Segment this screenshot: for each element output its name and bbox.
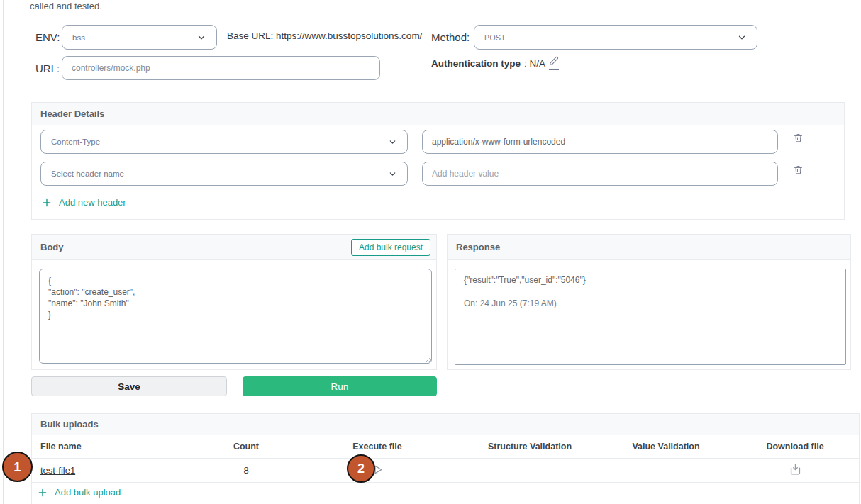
bulk-uploads-header: Bulk uploads [32,414,859,435]
bulk-uploads-card: Bulk uploads File name Count Execute fil… [31,413,860,504]
run-button[interactable]: Run [243,376,437,396]
delete-header-button-2[interactable] [791,164,804,177]
body-textarea[interactable]: { "action": "create_user", "name": "John… [39,269,432,364]
response-box: {"result":"True","user_id":"5046"} On: 2… [455,269,846,365]
response-result-text: {"result":"True","user_id":"5046"} [464,275,837,285]
file-name-link[interactable]: test-file1 [40,465,75,476]
url-label: URL: [35,62,60,74]
header-name-select-2-value: Select header name [51,169,382,178]
plus-icon [38,488,48,498]
body-card: Body Add bulk request { "action": "creat… [31,234,437,370]
response-card: Response {"result":"True","user_id":"504… [447,234,851,370]
response-header: Response [448,235,850,260]
method-select-value: POST [484,33,731,42]
bulk-table-row: test-file1 8 [32,459,859,483]
edit-auth-button[interactable] [549,56,559,70]
chevron-down-icon [388,169,397,179]
save-button[interactable]: Save [31,376,227,396]
download-file-button[interactable] [745,463,845,478]
plus-icon [42,198,52,208]
add-new-header-label: Add new header [59,197,126,208]
url-input[interactable] [62,56,380,80]
col-file-name: File name [40,442,211,452]
annotation-badge-1: 1 [2,452,33,482]
header-details-title: Header Details [40,108,104,119]
col-count: Count [211,442,282,452]
panel-left-border [3,0,4,504]
col-execute-file: Execute file [282,442,473,452]
env-select-value: bss [72,33,191,42]
header-value-input-1[interactable] [422,130,778,154]
execute-file-button[interactable] [282,464,473,478]
env-select[interactable]: bss [62,25,217,50]
col-download-file: Download file [745,442,845,452]
header-name-select-1-value: Content-Type [51,138,382,146]
env-label: ENV: [35,31,60,43]
header-value-input-2[interactable] [422,162,778,186]
api-test-page: called and tested. ENV: bss Base URL: ht… [0,0,861,504]
header-details-divider [32,191,844,191]
auth-type-line: Authentication type : N/A [431,56,559,70]
response-timestamp: On: 24 Jun 25 (7:19 AM) [464,298,837,308]
add-new-header-link[interactable]: Add new header [42,197,126,208]
chevron-down-icon [388,138,397,147]
col-structure-validation: Structure Validation [473,442,587,452]
col-value-validation: Value Validation [587,442,745,452]
annotation-badge-2: 2 [347,454,375,483]
download-icon [789,463,802,478]
body-title: Body [40,242,64,252]
method-select[interactable]: POST [474,25,757,50]
edit-pencil-icon [549,56,559,68]
method-label: Method: [431,31,470,43]
bulk-table-header-row: File name Count Execute file Structure V… [32,435,859,459]
header-name-select-2[interactable]: Select header name [40,162,408,186]
file-count: 8 [211,465,282,476]
trash-icon [793,133,804,146]
base-url-text: Base URL: https://www.busstopsolutions.c… [227,30,422,41]
header-details-card: Header Details Content-Type Select heade… [31,102,845,220]
auth-type-label: Authentication type [431,58,521,69]
bulk-uploads-title: Bulk uploads [40,419,99,430]
intro-text: called and tested. [30,1,102,11]
trash-icon [793,164,804,178]
chevron-down-icon [737,33,747,43]
auth-type-value: : N/A [524,58,545,69]
header-name-select-1[interactable]: Content-Type [40,130,408,154]
add-bulk-request-button[interactable]: Add bulk request [351,239,430,256]
add-bulk-upload-label: Add bulk upload [55,487,121,498]
chevron-down-icon [196,33,206,43]
header-details-header: Header Details [32,103,844,125]
add-bulk-upload-link[interactable]: Add bulk upload [38,487,121,498]
response-title: Response [456,242,500,252]
delete-header-button-1[interactable] [791,133,804,145]
